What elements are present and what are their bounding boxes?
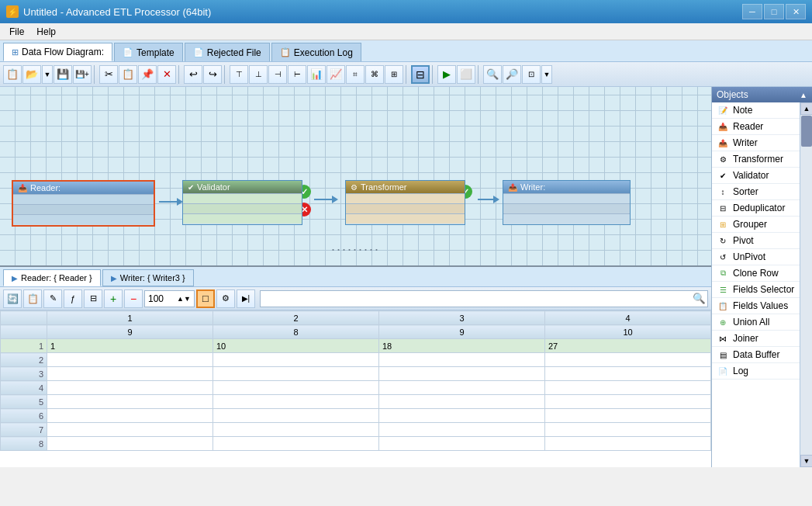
obj-validator[interactable]: ✔ Validator bbox=[712, 168, 800, 184]
writer-node[interactable]: 📤 Writer: bbox=[503, 180, 631, 225]
bt-edit[interactable]: ✎ bbox=[43, 289, 62, 308]
obj-pivot[interactable]: ↻ Pivot bbox=[712, 233, 800, 249]
tab-execution-log[interactable]: 📋 Execution Log bbox=[271, 43, 361, 61]
cell-3-4[interactable] bbox=[545, 367, 711, 381]
cell-2-2[interactable] bbox=[213, 353, 379, 367]
bt-remove[interactable]: − bbox=[124, 289, 143, 308]
obj-writer[interactable]: 📤 Writer bbox=[712, 135, 800, 151]
cell-2-3[interactable] bbox=[379, 353, 545, 367]
tb-save[interactable]: 💾 bbox=[54, 65, 72, 84]
row-count-spinner[interactable]: ▲▼ bbox=[177, 295, 191, 303]
tb-save-as[interactable]: 💾+ bbox=[73, 65, 92, 84]
obj-log[interactable]: 📄 Log bbox=[712, 363, 800, 380]
tab-reader[interactable]: ▶ Reader: { Reader } bbox=[3, 269, 101, 286]
tb-zoom-in[interactable]: 🔍 bbox=[483, 65, 502, 84]
cell-5-4[interactable] bbox=[545, 395, 711, 409]
bt-filter[interactable]: ⊟ bbox=[84, 289, 102, 308]
cell-2-4[interactable] bbox=[545, 353, 711, 367]
tb-grid[interactable]: ⊟ bbox=[411, 65, 430, 84]
tab-template[interactable]: 📄 Template bbox=[114, 43, 183, 61]
search-icon[interactable]: 🔍 bbox=[691, 291, 707, 306]
cell-4-3[interactable] bbox=[379, 381, 545, 395]
tb-cut[interactable]: ✂ bbox=[99, 65, 118, 84]
tb-copy[interactable]: 📋 bbox=[119, 65, 137, 84]
cell-1-2[interactable]: 10 bbox=[213, 339, 379, 353]
tb-undo[interactable]: ↩ bbox=[184, 65, 202, 84]
cell-8-3[interactable] bbox=[379, 437, 545, 451]
tb-run[interactable]: ▶ bbox=[437, 65, 456, 84]
tb-format3[interactable]: ⊞ bbox=[385, 65, 403, 84]
tb-chart[interactable]: 📊 bbox=[307, 65, 326, 84]
bt-box[interactable]: □ bbox=[196, 289, 215, 308]
minimize-button[interactable]: ─ bbox=[742, 4, 762, 19]
transformer-node[interactable]: ⚙ Transformer bbox=[345, 180, 465, 225]
tb-align-right[interactable]: ⊢ bbox=[288, 65, 306, 84]
validator-node[interactable]: ✔ Validator bbox=[182, 180, 302, 225]
tb-align-mid[interactable]: ⊥ bbox=[249, 65, 268, 84]
tab-rejected[interactable]: 📄 Rejected File bbox=[185, 43, 270, 61]
tb-format2[interactable]: ⌘ bbox=[365, 65, 384, 84]
objects-scrollbar[interactable]: ▲ ▼ bbox=[800, 102, 812, 467]
cell-3-1[interactable] bbox=[47, 367, 213, 381]
tb-chart2[interactable]: 📈 bbox=[327, 65, 345, 84]
obj-clone-row[interactable]: ⧉ Clone Row bbox=[712, 265, 800, 282]
obj-transformer[interactable]: ⚙ Transformer bbox=[712, 151, 800, 168]
scroll-thumb[interactable] bbox=[801, 116, 812, 147]
cell-3-2[interactable] bbox=[213, 367, 379, 381]
obj-unpivot[interactable]: ↺ UnPivot bbox=[712, 249, 800, 265]
tb-delete[interactable]: ✕ bbox=[157, 65, 176, 84]
bt-new-row[interactable]: 📋 bbox=[23, 289, 42, 308]
tb-redo[interactable]: ↪ bbox=[203, 65, 222, 84]
cell-6-2[interactable] bbox=[213, 409, 379, 423]
cell-7-2[interactable] bbox=[213, 423, 379, 437]
obj-grouper[interactable]: ⊞ Grouper bbox=[712, 217, 800, 233]
tb-format[interactable]: ⌗ bbox=[346, 65, 365, 84]
obj-deduplicator[interactable]: ⊟ Deduplicator bbox=[712, 200, 800, 217]
tab-writer[interactable]: ▶ Writer: { Writer3 } bbox=[102, 269, 194, 286]
tb-zoom-fit[interactable]: ⊡ bbox=[522, 65, 541, 84]
cell-8-4[interactable] bbox=[545, 437, 711, 451]
tb-stop[interactable]: ⬜ bbox=[457, 65, 475, 84]
obj-sorter[interactable]: ↕ Sorter bbox=[712, 184, 800, 200]
cell-5-1[interactable] bbox=[47, 395, 213, 409]
diagram-canvas[interactable]: ✓ ✕ ✓ 📥 Reader: bbox=[0, 87, 711, 265]
cell-6-1[interactable] bbox=[47, 409, 213, 423]
menu-help[interactable]: Help bbox=[30, 25, 62, 39]
tb-more[interactable]: ▼ bbox=[541, 65, 552, 84]
cell-6-3[interactable] bbox=[379, 409, 545, 423]
bt-add[interactable]: + bbox=[104, 289, 123, 308]
obj-reader[interactable]: 📥 Reader bbox=[712, 119, 800, 135]
tb-zoom-out[interactable]: 🔎 bbox=[503, 65, 521, 84]
maximize-button[interactable]: □ bbox=[764, 4, 784, 19]
obj-fields-selector[interactable]: ☰ Fields Selector bbox=[712, 282, 800, 298]
cell-8-2[interactable] bbox=[213, 437, 379, 451]
tb-paste[interactable]: 📌 bbox=[138, 65, 157, 84]
cell-6-4[interactable] bbox=[545, 409, 711, 423]
tb-open[interactable]: 📂 bbox=[22, 65, 41, 84]
cell-1-3[interactable]: 18 bbox=[379, 339, 545, 353]
cell-3-3[interactable] bbox=[379, 367, 545, 381]
cell-4-1[interactable] bbox=[47, 381, 213, 395]
obj-fields-values[interactable]: 📋 Fields Values bbox=[712, 298, 800, 314]
tb-align-top[interactable]: ⊤ bbox=[230, 65, 248, 84]
cell-5-2[interactable] bbox=[213, 395, 379, 409]
bt-formula[interactable]: ƒ bbox=[64, 289, 82, 308]
bt-refresh[interactable]: 🔄 bbox=[3, 289, 22, 308]
obj-union-all[interactable]: ⊕ Union All bbox=[712, 314, 800, 331]
bt-end[interactable]: ▶| bbox=[237, 289, 255, 308]
reader-node[interactable]: 📥 Reader: bbox=[12, 180, 155, 227]
cell-2-1[interactable] bbox=[47, 353, 213, 367]
cell-4-2[interactable] bbox=[213, 381, 379, 395]
obj-data-buffer[interactable]: ▤ Data Buffer bbox=[712, 347, 800, 363]
search-input[interactable] bbox=[261, 294, 691, 303]
obj-joiner[interactable]: ⋈ Joiner bbox=[712, 331, 800, 347]
objects-scroll-up[interactable]: ▲ bbox=[800, 91, 807, 99]
cell-7-1[interactable] bbox=[47, 423, 213, 437]
cell-1-4[interactable]: 27 bbox=[545, 339, 711, 353]
cell-7-3[interactable] bbox=[379, 423, 545, 437]
tb-new[interactable]: 📋 bbox=[3, 65, 22, 84]
cell-4-4[interactable] bbox=[545, 381, 711, 395]
tb-dropdown[interactable]: ▼ bbox=[42, 65, 53, 84]
bt-settings[interactable]: ⚙ bbox=[216, 289, 235, 308]
cell-8-1[interactable] bbox=[47, 437, 213, 451]
